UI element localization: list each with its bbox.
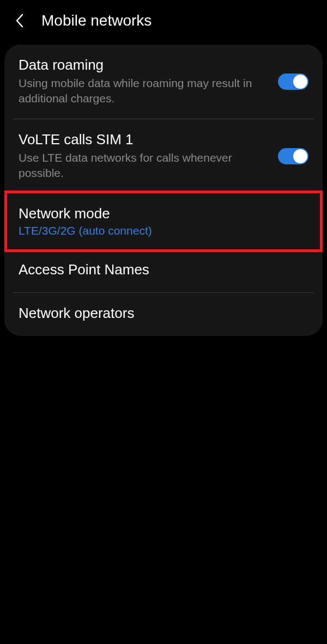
item-subtitle: Use LTE data networks for calls whenever… (19, 150, 267, 181)
item-content: Network operators (19, 305, 308, 324)
item-title: Data roaming (19, 57, 267, 73)
item-content: VoLTE calls SIM 1 Use LTE data networks … (19, 131, 278, 181)
item-content: Data roaming Using mobile data while roa… (19, 57, 278, 107)
item-title: Access Point Names (19, 261, 298, 278)
page-title: Mobile networks (41, 12, 152, 29)
volte-calls-item[interactable]: VoLTE calls SIM 1 Use LTE data networks … (4, 119, 323, 193)
item-content: Access Point Names (19, 261, 308, 280)
volte-toggle[interactable] (278, 148, 308, 164)
apn-item[interactable]: Access Point Names (4, 249, 323, 292)
settings-card: Data roaming Using mobile data while roa… (4, 45, 323, 336)
data-roaming-item[interactable]: Data roaming Using mobile data while roa… (4, 45, 323, 119)
item-content: Network mode LTE/3G/2G (auto connect) (19, 205, 308, 237)
toggle-knob (293, 149, 307, 163)
item-value: LTE/3G/2G (auto connect) (19, 224, 298, 237)
network-mode-item[interactable]: Network mode LTE/3G/2G (auto connect) (7, 193, 320, 249)
item-title: Network mode (19, 205, 298, 222)
data-roaming-toggle[interactable] (278, 73, 308, 90)
item-subtitle: Using mobile data while roaming may resu… (19, 76, 267, 107)
item-title: Network operators (19, 305, 298, 322)
network-operators-item[interactable]: Network operators (4, 293, 323, 336)
header: Mobile networks (0, 0, 327, 45)
highlighted-box: Network mode LTE/3G/2G (auto connect) (4, 191, 323, 252)
toggle-knob (293, 75, 307, 89)
back-icon[interactable] (15, 13, 25, 29)
item-title: VoLTE calls SIM 1 (19, 131, 267, 148)
